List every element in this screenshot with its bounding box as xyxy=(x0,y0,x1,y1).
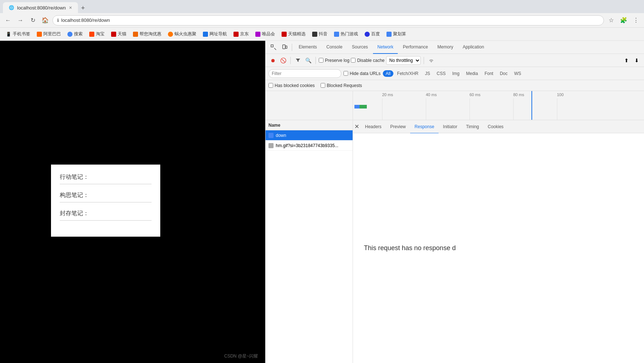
search-button[interactable]: 🔍 xyxy=(304,56,313,65)
disable-cache-label[interactable]: Disable cache xyxy=(351,58,384,63)
bookmark-jhs-icon xyxy=(386,32,392,37)
forward-button[interactable]: → xyxy=(15,15,25,25)
filter-tab-all[interactable]: All xyxy=(383,70,393,77)
svg-rect-2 xyxy=(283,45,285,49)
detail-tab-headers[interactable]: Headers xyxy=(361,121,386,134)
nav-bar: ← → ↻ 🏠 ℹ localhost:8080/re/down ☆ 🧩 ⋮ xyxy=(0,13,644,28)
bookmark-nav-icon xyxy=(203,32,208,37)
request-row-hm[interactable]: hm.gif?si=3b231847743b9335... xyxy=(266,141,353,151)
throttle-select[interactable]: No throttling xyxy=(386,56,421,65)
bookmark-search-icon xyxy=(67,32,72,37)
bookmark-search-label: 搜索 xyxy=(74,31,83,37)
bookmark-tmall[interactable]: 天猫 xyxy=(108,29,129,39)
card-separator-3 xyxy=(60,220,152,221)
filter-tab-img[interactable]: Img xyxy=(449,70,462,77)
filter-tab-js[interactable]: JS xyxy=(422,70,433,77)
bookmark-taobao-icon xyxy=(89,32,94,37)
home-button[interactable]: 🏠 xyxy=(40,15,50,25)
detail-tab-cookies[interactable]: Cookies xyxy=(483,121,508,134)
bookmark-mobile-icon: 📱 xyxy=(6,32,11,37)
bookmark-jhs[interactable]: 聚划算 xyxy=(384,29,409,39)
record-button[interactable]: ⏺ xyxy=(268,56,277,65)
disable-cache-checkbox[interactable] xyxy=(351,58,356,63)
filter-input[interactable] xyxy=(268,69,341,78)
bookmark-tmall-select[interactable]: 天猫精选 xyxy=(279,29,309,39)
back-button[interactable]: ← xyxy=(3,15,13,25)
bookmark-alibaba[interactable]: 阿里巴巴 xyxy=(34,29,64,39)
filter-tab-ws[interactable]: WS xyxy=(511,70,524,77)
browser-tab[interactable]: 🌐 localhost:8080/re/down ✕ xyxy=(3,2,78,13)
hide-data-urls-label[interactable]: Hide data URLs xyxy=(343,71,381,76)
detail-panel: ✕ Headers Preview Response Initiator Tim… xyxy=(353,120,644,363)
tab-close-icon[interactable]: ✕ xyxy=(69,5,72,10)
bookmark-jd-label: 京东 xyxy=(240,31,249,37)
filter-tab-fetch[interactable]: Fetch/XHR xyxy=(394,70,421,77)
bookmark-tmall-icon xyxy=(111,32,116,37)
tab-sources[interactable]: Sources xyxy=(347,41,372,54)
bar-down-blue xyxy=(354,105,360,108)
extensions-button[interactable]: 🧩 xyxy=(619,15,629,25)
tab-network[interactable]: Network xyxy=(373,41,398,54)
devtools-device-icon[interactable] xyxy=(279,42,290,52)
bookmark-games-label: 热门游戏 xyxy=(341,31,358,37)
bookmark-vip[interactable]: 唯品会 xyxy=(252,29,278,39)
bookmark-search[interactable]: 搜索 xyxy=(64,29,86,39)
preserve-log-label[interactable]: Preserve log xyxy=(319,58,349,63)
reload-button[interactable]: ↻ xyxy=(28,15,38,25)
detail-tab-timing[interactable]: Timing xyxy=(462,121,483,134)
bookmark-baidu[interactable]: 百度 xyxy=(362,29,383,39)
request-favicon-hm xyxy=(268,143,274,148)
filter-tab-font[interactable]: Font xyxy=(482,70,496,77)
download-icon[interactable]: ⬇ xyxy=(632,56,641,65)
filter-tab-media[interactable]: Media xyxy=(463,70,481,77)
detail-tab-preview[interactable]: Preview xyxy=(386,121,410,134)
timeline-label-100: 100 xyxy=(557,92,564,97)
tick-100ms xyxy=(557,98,557,120)
bookmark-taoyouhui[interactable]: 帮您淘优惠 xyxy=(130,29,164,39)
csdn-watermark: CSDN @星~闪耀 xyxy=(224,353,258,359)
devtools-inspect-icon[interactable] xyxy=(268,42,279,52)
has-blocked-cookies-checkbox[interactable] xyxy=(268,83,273,88)
wifi-icon[interactable] xyxy=(427,56,436,65)
bookmark-vip-label: 唯品会 xyxy=(262,31,275,37)
request-row-down[interactable]: down xyxy=(266,130,353,141)
tab-memory[interactable]: Memory xyxy=(433,41,458,54)
clear-button[interactable]: 🚫 xyxy=(279,56,287,65)
bookmark-jd-icon xyxy=(233,32,239,37)
new-tab-button[interactable]: + xyxy=(78,3,88,13)
tab-application[interactable]: Application xyxy=(458,41,488,54)
requests-panel: Name down hm.gif?si=3b231847743b9335... xyxy=(266,120,353,363)
hide-data-urls-checkbox[interactable] xyxy=(343,71,348,76)
bookmark-mobile[interactable]: 📱 手机书签 xyxy=(3,29,33,39)
devtools-panel: Elements Console Sources Network Perform… xyxy=(265,41,644,363)
preserve-log-checkbox[interactable] xyxy=(319,58,323,63)
filter-tab-css[interactable]: CSS xyxy=(434,70,449,77)
has-blocked-cookies-label[interactable]: Has blocked cookies xyxy=(268,83,315,88)
bookmark-button[interactable]: ☆ xyxy=(606,15,616,25)
tab-console[interactable]: Console xyxy=(322,41,347,54)
bookmark-nav[interactable]: 网址导航 xyxy=(200,29,230,39)
blocked-requests-checkbox[interactable] xyxy=(321,83,325,88)
upload-icon[interactable]: ⬆ xyxy=(622,56,631,65)
bookmark-jd[interactable]: 京东 xyxy=(231,29,252,39)
close-detail-button[interactable]: ✕ xyxy=(353,120,361,133)
detail-tab-response[interactable]: Response xyxy=(410,121,439,134)
bookmark-douyin-icon xyxy=(312,32,317,37)
bookmark-games[interactable]: 热门游戏 xyxy=(331,29,361,39)
detail-tabs: ✕ Headers Preview Response Initiator Tim… xyxy=(353,120,644,133)
blocked-requests-label[interactable]: Blocked Requests xyxy=(321,83,362,88)
filter-tab-doc[interactable]: Doc xyxy=(497,70,510,77)
detail-tab-initiator[interactable]: Initiator xyxy=(439,121,462,134)
bookmark-douyin[interactable]: 抖音 xyxy=(309,29,330,39)
filter-toggle-button[interactable] xyxy=(294,56,302,65)
address-bar[interactable]: ℹ localhost:8080/re/down xyxy=(52,15,604,25)
bookmark-taobao[interactable]: 淘宝 xyxy=(86,29,107,39)
request-name-down: down xyxy=(276,133,350,138)
bar-down-green xyxy=(360,105,367,108)
tab-performance[interactable]: Performance xyxy=(398,41,432,54)
bookmark-huohuo[interactable]: 蜗火虫惠聚 xyxy=(165,29,199,39)
tab-elements[interactable]: Elements xyxy=(294,41,321,54)
bookmark-tmall-label: 天猫 xyxy=(118,31,126,37)
menu-button[interactable]: ⋮ xyxy=(631,15,641,25)
devtools-tab-bar: Elements Console Sources Network Perform… xyxy=(266,41,644,54)
